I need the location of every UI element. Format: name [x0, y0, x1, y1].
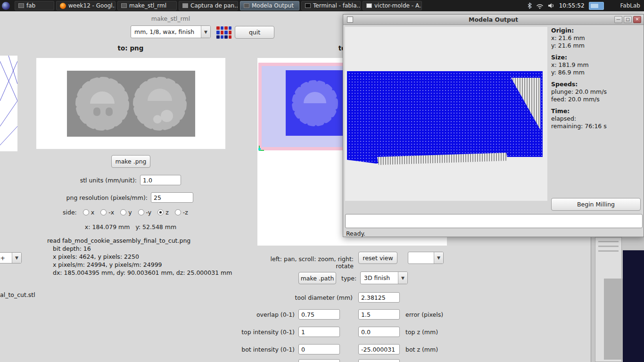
side-option-neg-x[interactable]: -x — [100, 209, 114, 216]
reset-view-button[interactable]: reset view — [358, 252, 397, 264]
path-type-dropdown[interactable]: 3D finish ▼ — [360, 272, 408, 284]
radio-label: -z — [183, 209, 188, 216]
partial-input-left[interactable] — [298, 359, 340, 362]
png-resolution-label: png resolution (pixels/mm): — [57, 194, 148, 201]
info-line: bit depth: 16 — [53, 245, 232, 253]
radio-icon — [175, 209, 181, 215]
modela-output-window: Modela Output — □ ✕ — [343, 14, 644, 237]
taskbar-item-label: Terminal - fabla... — [313, 2, 361, 9]
radio-icon — [138, 209, 144, 215]
taskbar-item-make-stl-rml[interactable]: make_stl_rml — [117, 1, 177, 10]
view-dropdown[interactable]: ▼ — [408, 252, 444, 264]
chevron-down-icon: ▼ — [398, 272, 407, 284]
taskbar-item-label: make_stl_rml — [129, 2, 166, 9]
window-menu-icon[interactable] — [347, 16, 353, 23]
taskbar-item-firefox[interactable]: week12 - Googl... — [56, 1, 116, 10]
png-preview[interactable] — [36, 58, 225, 149]
side-label: side: — [63, 209, 77, 216]
quit-button[interactable]: quit — [235, 26, 274, 39]
origin-heading: Origin: — [551, 27, 643, 34]
info-line: x pixels/m: 24994, y pixels/m: 24999 — [53, 261, 232, 269]
origin-y: y: 21.6 mm — [551, 42, 643, 49]
tool-diameter-label: tool diameter (mm) — [283, 294, 353, 301]
partial-input-right[interactable] — [358, 359, 400, 362]
stl-units-label: stl units (mm/unit): — [61, 177, 137, 184]
fab-modules-grid-icon — [216, 26, 231, 39]
fab-modules-logo-icon[interactable] — [2, 2, 10, 10]
time-heading: Time: — [551, 107, 643, 115]
stl-fragment-dropdown-value: s+ — [0, 253, 12, 263]
info-line: x pixels: 4624, y pixels: 2250 — [53, 253, 232, 261]
workspace-name: FabLab — [620, 2, 640, 9]
type-label: type: — [341, 275, 356, 282]
overlap-label: overlap (0-1) — [236, 311, 295, 318]
taskbar-item-fab[interactable]: fab — [15, 1, 54, 10]
side-option-neg-y[interactable]: -y — [138, 209, 152, 216]
overlap-input[interactable] — [298, 309, 340, 320]
error-input[interactable] — [358, 309, 400, 320]
radio-icon — [100, 209, 107, 215]
remaining-time: remaining: 76:16 s — [551, 123, 643, 130]
bot-intensity-label: bot intensity (0-1) — [236, 346, 295, 353]
png-info-block: read fab_mod_cookie_assembly_final_to_cu… — [47, 237, 232, 277]
cursor-coordinates: x: 184.079 mm y: 52.548 mm — [74, 223, 187, 230]
side-option-y[interactable]: y — [120, 209, 132, 216]
taskbar-item-victor-molde[interactable]: victor-molde - A... — [363, 1, 422, 10]
window-icon — [121, 3, 127, 8]
close-icon[interactable]: ✕ — [633, 16, 641, 23]
taskbar-item-label: week12 - Googl... — [68, 2, 116, 9]
chevron-down-icon: ▼ — [201, 26, 210, 38]
taskbar-item-modela-output[interactable]: Modela Output — [240, 1, 299, 10]
cookie-mold-image — [67, 71, 195, 137]
radio-label: x — [91, 209, 94, 216]
screenshot-icon — [182, 3, 188, 8]
error-label: error (pixels) — [405, 311, 443, 318]
chevron-down-icon: ▼ — [434, 252, 443, 263]
view-dropdown-value — [408, 252, 434, 263]
top-z-input[interactable] — [358, 327, 400, 337]
maximize-icon[interactable]: □ — [624, 16, 632, 23]
size-heading: Size: — [551, 54, 643, 61]
info-line: read fab_mod_cookie_assembly_final_to_cu… — [47, 237, 232, 245]
view-hint-text: left: pan, scroll: zoom, right: rotate — [253, 255, 354, 270]
side-option-z[interactable]: z — [157, 209, 169, 216]
taskbar-item-screenshot[interactable]: Captura de pan... — [179, 1, 238, 10]
background-window-fragment[interactable] — [591, 237, 644, 362]
taskbar-item-label: Modela Output — [252, 2, 294, 9]
top-intensity-label: top intensity (0-1) — [236, 329, 295, 336]
side-option-x[interactable]: x — [83, 209, 94, 216]
workspace-pager-icon[interactable] — [589, 2, 604, 10]
stl-units-input[interactable] — [140, 175, 181, 185]
volume-icon[interactable] — [548, 3, 555, 8]
wifi-icon[interactable] — [536, 3, 544, 9]
milling-preview-canvas[interactable] — [345, 27, 547, 201]
tool-diameter-input[interactable] — [358, 292, 400, 303]
modela-info-panel: Origin: x: 21.6 mm y: 21.6 mm Size: x: 1… — [551, 27, 643, 130]
terminal-icon — [305, 3, 311, 8]
stl-fragment-dropdown[interactable]: s+ ▼ — [0, 252, 22, 263]
make-path-button[interactable]: make .path — [298, 272, 336, 284]
stl-wireframe-image — [0, 56, 17, 151]
minimize-icon[interactable]: — — [614, 16, 622, 23]
radio-label: -y — [146, 209, 152, 216]
stl-view-fragment[interactable] — [0, 56, 17, 151]
bot-z-input[interactable] — [358, 344, 400, 354]
clock[interactable]: 10:55:52 — [559, 2, 585, 9]
top-intensity-input[interactable] — [298, 327, 340, 337]
origin-x: x: 21.6 mm — [551, 34, 643, 42]
png-resolution-input[interactable] — [151, 192, 193, 203]
modela-titlebar[interactable]: Modela Output — □ ✕ — [343, 15, 644, 25]
radio-icon — [120, 209, 126, 215]
preset-dropdown[interactable]: mm, 1/8, wax, finish ▼ — [131, 25, 211, 38]
make-png-button[interactable]: make .png — [111, 155, 150, 168]
bluetooth-icon[interactable] — [527, 2, 532, 9]
side-option-neg-z[interactable]: -z — [175, 209, 188, 216]
begin-milling-button[interactable]: Begin Milling — [551, 198, 641, 211]
bot-z-label: bot z (mm) — [405, 346, 438, 353]
taskbar-status-area: 10:55:52 FabLab — [527, 2, 644, 10]
speeds-heading: Speeds: — [551, 81, 643, 88]
bot-intensity-input[interactable] — [298, 344, 340, 354]
taskbar-item-label: fab — [26, 2, 35, 9]
radio-selected-icon — [157, 209, 164, 215]
taskbar-item-terminal[interactable]: Terminal - fabla... — [301, 1, 361, 10]
